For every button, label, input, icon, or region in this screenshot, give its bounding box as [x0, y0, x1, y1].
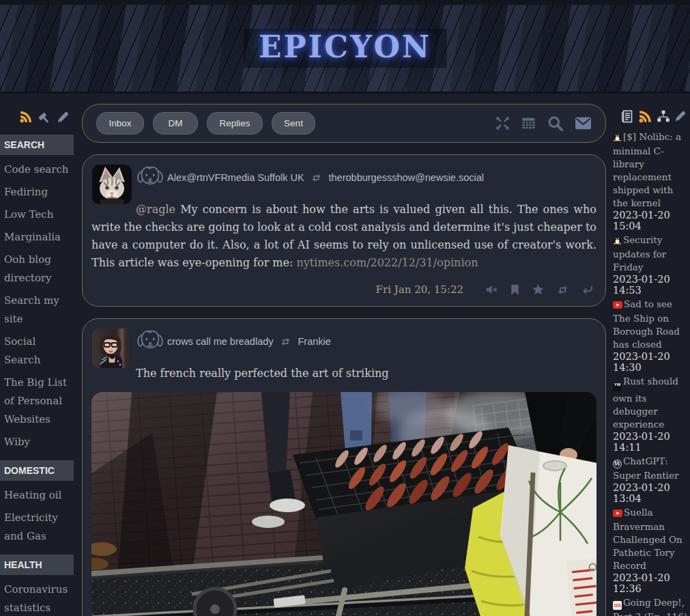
- repeat-icon[interactable]: [556, 284, 569, 296]
- hammer-icon[interactable]: [38, 110, 52, 124]
- star-icon[interactable]: [532, 283, 545, 296]
- left-sidebar: SEARCH Code search Fediring Low Tech Mar…: [0, 108, 74, 616]
- newswire-timestamp: 2023-01-20 12:36: [613, 572, 688, 594]
- epicyon-dog-icon: [136, 164, 164, 193]
- sidebar-link-low-tech[interactable]: Low Tech: [4, 206, 74, 224]
- newswire-item: [$] Nolibc: a minimal C-library replacem…: [613, 130, 688, 232]
- tab-replies[interactable]: Replies: [207, 112, 263, 135]
- newswire-item: GSGoing Deep!, Part 3 (Ep. 116) 2023-01-…: [613, 596, 688, 616]
- gs-favicon-icon: GS: [613, 601, 622, 610]
- newswire-item: YWRust should own its debugger experienc…: [613, 374, 688, 453]
- sidebar-link-heating-oil[interactable]: Heating oil: [4, 486, 74, 505]
- timeline: Inbox DM Replies Sent: [82, 104, 606, 616]
- newspaper-icon[interactable]: [621, 109, 634, 124]
- sidebar-link-ooh-blog-directory[interactable]: Ooh blog directory: [4, 251, 74, 288]
- edit-pen-icon[interactable]: [674, 110, 687, 122]
- avatar[interactable]: [92, 328, 132, 368]
- sidebar-section-domestic: DOMESTIC: [0, 460, 74, 481]
- post-announcer-handle[interactable]: therobburgessshow@newsie.social: [329, 172, 485, 183]
- mail-icon[interactable]: [575, 116, 592, 130]
- boost-icon: [311, 173, 322, 186]
- boost-icon: [280, 337, 291, 350]
- newswire-title[interactable]: Going Deep!, Part 3 (Ep. 116): [613, 597, 687, 616]
- newswire-item: Security updates for Friday 2023-01-20 1…: [613, 233, 688, 296]
- post-author-handle[interactable]: crows call me breadlady: [167, 336, 274, 347]
- newswire-title[interactable]: ChatGPT: Super Rentier: [613, 456, 678, 481]
- youtube-icon: [613, 298, 622, 311]
- timeline-header-icons: [495, 115, 592, 132]
- tab-dm[interactable]: DM: [153, 112, 198, 135]
- sidebar-link-marginalia[interactable]: Marginalia: [4, 228, 74, 247]
- reply-icon[interactable]: [581, 284, 593, 295]
- tab-sent[interactable]: Sent: [272, 112, 315, 135]
- sidebar-link-fediring[interactable]: Fediring: [4, 183, 74, 201]
- epicyon-dog-icon: [136, 328, 164, 356]
- post-author-handle[interactable]: Alex@rtnVFRmedia Suffolk UK: [167, 172, 304, 183]
- yw-favicon-icon: YW: [613, 382, 622, 391]
- newswire-item: Suella Braverman Challenged On Pathetic …: [613, 505, 688, 594]
- post-content: The french really perfected the art of s…: [91, 365, 596, 382]
- post-announcer-handle[interactable]: Frankie: [298, 336, 330, 347]
- rss-feed-icon[interactable]: [19, 110, 33, 124]
- sidebar-link-social-search[interactable]: Social Search: [4, 333, 74, 369]
- sidebar-link-big-list-personal-websites[interactable]: The Big List of Personal Websites: [4, 374, 74, 429]
- newswire-timestamp: 2023-01-20 13:04: [613, 482, 688, 504]
- post-content: @ragle My concern is about how the arts …: [91, 201, 596, 272]
- sidebar-link-wiby[interactable]: Wiby: [4, 433, 74, 451]
- post: Alex@rtnVFRmedia Suffolk UK therobburges…: [82, 154, 606, 307]
- sidebar-section-search: SEARCH: [0, 135, 74, 155]
- newswire-timestamp: 2023-01-20 14:11: [613, 431, 688, 453]
- newswire-feed: [$] Nolibc: a minimal C-library replacem…: [613, 130, 688, 616]
- tree-icon[interactable]: [657, 109, 670, 123]
- avatar[interactable]: [92, 165, 132, 204]
- mention-link[interactable]: @ragle: [136, 203, 175, 216]
- wordpress-icon: W: [613, 460, 622, 468]
- expand-icon[interactable]: [495, 115, 511, 131]
- sidebar-link-code-search[interactable]: Code search: [4, 160, 74, 179]
- sidebar-link-search-my-site[interactable]: Search my site: [4, 292, 74, 328]
- newswire-title[interactable]: [$] Nolibc: a minimal C-library replacem…: [613, 131, 681, 208]
- post-header: crows call me breadlady Frankie: [91, 328, 596, 356]
- newswire-timestamp: 2023-01-20 14:30: [613, 351, 688, 373]
- timeline-header: Inbox DM Replies Sent: [82, 104, 606, 143]
- post: crows call me breadlady Frankie The fren…: [82, 318, 606, 616]
- newswire-title[interactable]: Suella Braverman Challenged On Pathetic …: [613, 507, 682, 571]
- post-external-link[interactable]: nytimes.com/2022/12/31/opinion: [296, 256, 478, 269]
- sidebar-section-health: HEALTH: [0, 555, 74, 575]
- calendar-icon[interactable]: [521, 115, 536, 131]
- right-sidebar-newswire: [$] Nolibc: a minimal C-library replacem…: [613, 108, 688, 616]
- newswire-title[interactable]: Rust should own its debugger experience: [613, 376, 678, 430]
- newswire-timestamp: 2023-01-20 14:53: [613, 274, 688, 296]
- left-sidebar-icons: [0, 108, 74, 126]
- post-header: Alex@rtnVFRmedia Suffolk UK therobburges…: [91, 164, 596, 193]
- rss-feed-icon[interactable]: [638, 109, 652, 124]
- newswire-timestamp: 2023-01-20 15:04: [613, 210, 688, 232]
- bookmark-icon[interactable]: [510, 284, 520, 296]
- tab-inbox[interactable]: Inbox: [96, 112, 144, 135]
- sidebar-link-electricity-and-gas[interactable]: Electricity and Gas: [4, 509, 74, 546]
- youtube-icon: [613, 507, 622, 520]
- penguin-icon: [613, 131, 622, 144]
- post-timestamp[interactable]: Fri Jan 20, 15:22: [376, 283, 463, 296]
- edit-pen-icon[interactable]: [57, 111, 70, 124]
- newswire-icons: [613, 108, 688, 124]
- newswire-item: WChatGPT: Super Rentier 2023-01-20 13:04: [613, 454, 688, 504]
- site-title: EPICYON: [244, 29, 446, 68]
- post-footer: Fri Jan 20, 15:22: [95, 283, 593, 296]
- banner-image[interactable]: EPICYON: [0, 0, 690, 94]
- search-icon[interactable]: [547, 115, 564, 132]
- newswire-item: Sad to see The Ship on Borough Road has …: [613, 297, 688, 373]
- mute-icon[interactable]: [485, 284, 498, 295]
- sidebar-link-coronavirus-statistics[interactable]: Coronavirus statistics: [4, 580, 74, 616]
- page: EPICYON SEARCH Code search Fediring Low …: [0, 0, 690, 616]
- newswire-title[interactable]: Sad to see The Ship on Borough Road has …: [613, 298, 680, 350]
- penguin-icon: [613, 234, 622, 247]
- post-text: The french really perfected the art of s…: [136, 367, 389, 380]
- post-photo[interactable]: [91, 392, 596, 616]
